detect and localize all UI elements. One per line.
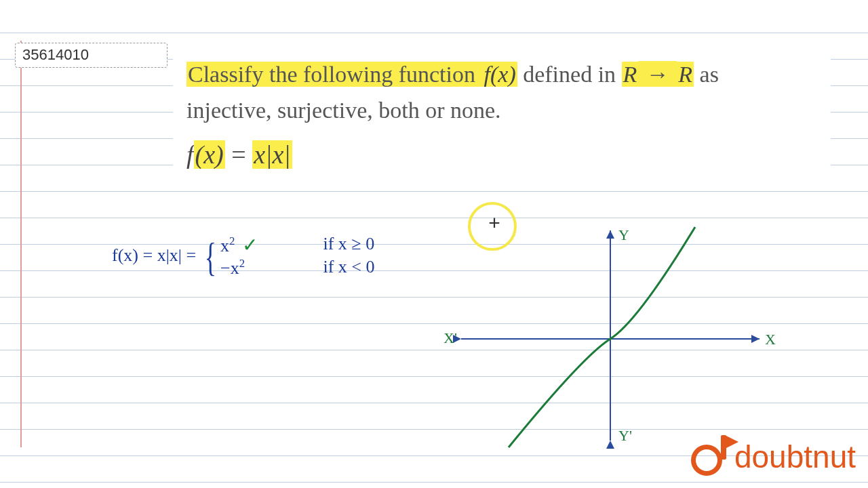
piece2-base: −x bbox=[220, 258, 239, 278]
y-neg-label: Y' bbox=[618, 427, 632, 444]
question-line2: injective, surjective, both or none. bbox=[186, 98, 501, 123]
cond2: if x < 0 bbox=[323, 257, 374, 280]
question-pre-text: Classify the following function bbox=[186, 62, 483, 87]
graph-plot: X X' Y Y' bbox=[434, 224, 787, 454]
piece1-exp: 2 bbox=[229, 235, 235, 247]
domain-R1: R bbox=[622, 62, 639, 87]
handwritten-work: f(x) = x|x| = { x2 ✓ −x2 if x ≥ 0 if x <… bbox=[112, 234, 375, 280]
hw-lhs: f(x) = x|x| = bbox=[112, 245, 201, 265]
paper-margin-line bbox=[20, 41, 22, 447]
formula-lhs: f(x) bbox=[186, 140, 225, 169]
formula-rhs: x|x| bbox=[252, 140, 292, 169]
domain-arrow: → bbox=[638, 61, 677, 87]
question-fx: f(x) bbox=[483, 62, 517, 87]
question-id-box: 35614010 bbox=[15, 43, 167, 68]
question-id: 35614010 bbox=[22, 46, 89, 63]
y-pos-label: Y bbox=[618, 226, 629, 243]
question-mid-text: defined in bbox=[523, 62, 621, 87]
logo-text: doubtnut bbox=[734, 439, 856, 475]
piece2-exp: 2 bbox=[239, 257, 245, 270]
question-text-block: Classify the following function f(x) def… bbox=[173, 51, 831, 187]
checkmark-icon: ✓ bbox=[242, 235, 258, 256]
piece1-base: x bbox=[220, 236, 229, 256]
x-pos-label: X bbox=[765, 331, 776, 348]
formula-eq: = bbox=[231, 140, 252, 169]
doubtnut-logo-icon bbox=[691, 438, 729, 476]
question-post-text: as bbox=[700, 62, 719, 87]
domain-R2: R bbox=[677, 62, 694, 87]
function-curve bbox=[509, 227, 695, 447]
cond1: if x ≥ 0 bbox=[323, 234, 374, 257]
x-neg-label: X' bbox=[443, 329, 457, 346]
doubtnut-logo[interactable]: doubtnut bbox=[691, 438, 856, 476]
